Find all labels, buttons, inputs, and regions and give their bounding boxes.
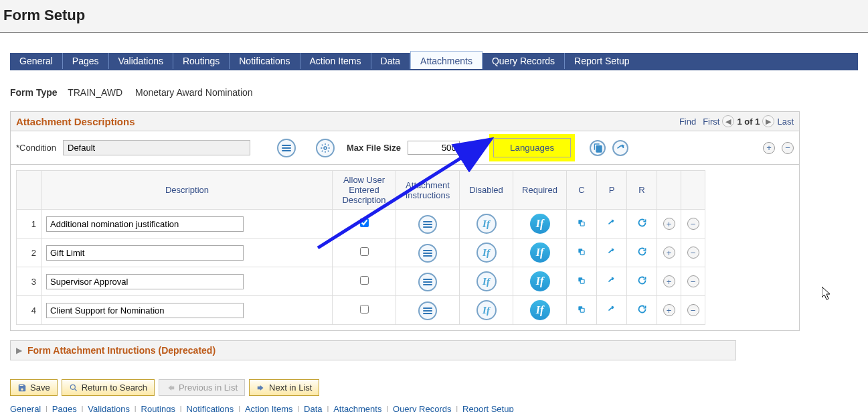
reset-row-icon[interactable] (637, 277, 647, 287)
breadcrumb-link[interactable]: Routings (141, 404, 175, 412)
paste-row-icon[interactable] (607, 277, 616, 287)
disabled-if-icon[interactable]: If (476, 243, 497, 263)
tab-attachments[interactable]: Attachments (410, 51, 483, 69)
col-p[interactable]: P (597, 171, 627, 210)
table-row: 2 If If + − (17, 238, 705, 267)
condition-input[interactable] (63, 140, 250, 155)
required-if-icon[interactable]: If (530, 300, 550, 320)
section-add-row-icon[interactable]: + (763, 142, 775, 154)
breadcrumb-link[interactable]: Attachments (333, 404, 381, 412)
next-arrow-icon[interactable]: ▶ (762, 115, 774, 127)
breadcrumb-link[interactable]: Query Records (393, 404, 451, 412)
row-number: 3 (17, 267, 42, 296)
settings-gear-icon[interactable] (316, 139, 335, 157)
expand-triangle-icon[interactable]: ▶ (16, 346, 22, 355)
paste-icon[interactable] (612, 140, 628, 156)
allow-user-checkbox[interactable] (360, 305, 369, 314)
find-link[interactable]: Find (679, 117, 696, 127)
tab-routings[interactable]: Routings (173, 53, 230, 69)
required-if-icon[interactable]: If (530, 243, 550, 263)
col-allow-user[interactable]: Allow User Entered Description (333, 171, 396, 210)
disabled-if-icon[interactable]: If (476, 271, 497, 291)
tab-data[interactable]: Data (371, 53, 411, 69)
allow-user-checkbox[interactable] (360, 247, 369, 256)
breadcrumb-link[interactable]: Action Items (245, 404, 293, 412)
copy-row-icon[interactable] (577, 248, 586, 259)
form-type-code: TRAIN_AWD (68, 87, 122, 98)
copy-icon[interactable] (590, 140, 606, 156)
description-input[interactable] (46, 303, 244, 318)
reset-row-icon[interactable] (637, 305, 647, 316)
condition-options-icon[interactable] (277, 139, 296, 157)
breadcrumb-link[interactable]: Report Setup (462, 404, 514, 412)
breadcrumb: General | Pages | Validations | Routings… (10, 404, 858, 412)
tab-query-records[interactable]: Query Records (483, 53, 565, 69)
instructions-icon[interactable] (418, 215, 437, 234)
breadcrumb-link[interactable]: Data (304, 404, 322, 412)
add-row-icon[interactable]: + (663, 275, 675, 287)
max-file-size-input[interactable] (408, 141, 460, 155)
svg-rect-2 (580, 222, 584, 226)
count-label: 1 of 1 (737, 117, 760, 127)
add-row-icon[interactable]: + (663, 247, 675, 259)
first-label[interactable]: First (703, 117, 719, 127)
col-description[interactable]: Description (42, 171, 333, 210)
instructions-icon[interactable] (418, 301, 437, 320)
description-input[interactable] (46, 216, 244, 232)
allow-user-checkbox[interactable] (360, 276, 369, 285)
copy-row-icon[interactable] (577, 305, 586, 316)
prev-arrow-icon[interactable]: ◀ (722, 115, 734, 127)
delete-row-icon[interactable]: − (687, 304, 699, 316)
col-required[interactable]: Required (513, 171, 567, 210)
required-if-icon[interactable]: If (530, 214, 550, 234)
required-if-icon[interactable]: If (530, 271, 550, 291)
instructions-icon[interactable] (418, 273, 437, 291)
instructions-icon[interactable] (418, 244, 437, 263)
col-r[interactable]: R (627, 171, 657, 210)
col-disabled[interactable]: Disabled (460, 171, 513, 210)
breadcrumb-link[interactable]: Validations (88, 404, 130, 412)
svg-point-9 (70, 385, 75, 389)
table-row: 4 If If + − (17, 296, 705, 325)
tab-notifications[interactable]: Notifications (230, 53, 300, 69)
max-file-size-label: Max File Size (347, 143, 401, 153)
col-instructions[interactable]: Attachment Instructions (396, 171, 460, 210)
paste-row-icon[interactable] (607, 305, 616, 316)
last-label[interactable]: Last (777, 117, 794, 127)
reset-row-icon[interactable] (637, 248, 647, 259)
allow-user-checkbox[interactable] (360, 218, 369, 227)
description-input[interactable] (46, 245, 244, 261)
next-in-list-button[interactable]: Next in List (249, 379, 319, 396)
add-row-icon[interactable]: + (663, 304, 675, 316)
tab-pages[interactable]: Pages (63, 53, 109, 69)
tab-report-setup[interactable]: Report Setup (565, 53, 639, 69)
delete-row-icon[interactable]: − (687, 218, 699, 230)
return-to-search-button[interactable]: Return to Search (62, 379, 155, 396)
row-number: 2 (17, 238, 42, 267)
copy-row-icon[interactable] (577, 277, 586, 287)
delete-row-icon[interactable]: − (687, 275, 699, 287)
delete-row-icon[interactable]: − (687, 247, 699, 259)
breadcrumb-link[interactable]: Notifications (187, 404, 234, 412)
deprecated-section[interactable]: ▶ Form Attachment Intructions (Deprecate… (10, 340, 736, 360)
save-button[interactable]: Save (10, 379, 58, 396)
disabled-if-icon[interactable]: If (476, 214, 497, 234)
languages-button[interactable]: Languages (493, 138, 571, 157)
paste-row-icon[interactable] (607, 248, 616, 259)
form-type-label: Form Type (10, 87, 58, 98)
add-row-icon[interactable]: + (663, 218, 675, 230)
disabled-if-icon[interactable]: If (476, 300, 497, 320)
table-row: 3 If If + − (17, 267, 705, 296)
paste-row-icon[interactable] (607, 219, 616, 230)
tab-general[interactable]: General (10, 53, 63, 69)
copy-row-icon[interactable] (577, 219, 586, 230)
page-title: Form Setup (3, 7, 865, 24)
col-c[interactable]: C (567, 171, 597, 210)
breadcrumb-link[interactable]: Pages (52, 404, 77, 412)
tab-action-items[interactable]: Action Items (300, 53, 371, 69)
description-input[interactable] (46, 274, 244, 289)
tab-validations[interactable]: Validations (109, 53, 173, 69)
breadcrumb-link[interactable]: General (10, 404, 41, 412)
section-delete-row-icon[interactable]: − (782, 142, 794, 154)
reset-row-icon[interactable] (637, 219, 647, 230)
